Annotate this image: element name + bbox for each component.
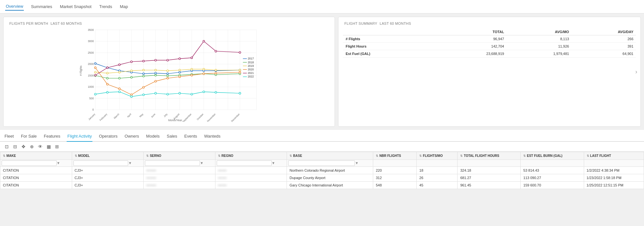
data-table-wrapper: ⇅MAKE⇅MODEL⇅SERNO⇅REGNO⇅BASE⇅NBR FLIGHTS…: [0, 152, 644, 189]
toolbar-icon-5[interactable]: 👁: [37, 144, 43, 149]
svg-point-59: [130, 77, 132, 78]
svg-point-68: [94, 71, 96, 73]
svg-point-71: [130, 70, 132, 72]
svg-text:December: December: [231, 113, 241, 122]
filter-icon-serno[interactable]: ▼: [200, 161, 204, 165]
svg-point-114: [215, 92, 217, 94]
toolbar-icon-1[interactable]: ⊡: [4, 144, 10, 149]
nav-overview[interactable]: Overview: [5, 3, 24, 11]
svg-text:October: October: [196, 113, 204, 121]
svg-point-87: [179, 76, 181, 78]
col-header-base[interactable]: ⇅BASE: [287, 152, 373, 160]
cell-make: CITATION: [0, 182, 72, 189]
tab-events[interactable]: Events: [184, 132, 198, 142]
col-header-lastFlight[interactable]: ⇅LAST FLIGHT: [584, 152, 644, 160]
filter-icon-base[interactable]: ▼: [355, 161, 358, 165]
cell-serno: ••••••••: [144, 182, 215, 189]
svg-point-91: [239, 71, 241, 73]
cell-serno: ••••••••: [144, 174, 215, 182]
toolbar-icon-6[interactable]: ▦: [46, 144, 52, 149]
tab-bar: Fleet For Sale Features Flight Activity …: [0, 130, 644, 142]
toolbar-icon-2[interactable]: ⊟: [12, 144, 18, 149]
nav-map[interactable]: Map: [119, 3, 128, 10]
svg-point-107: [130, 96, 132, 98]
cell-totalHours: 324.18: [458, 167, 521, 174]
svg-text:2000: 2000: [88, 62, 94, 66]
chart-panel: FLIGHTS PER MONTH LAST 60 MONTHS: [3, 17, 335, 127]
filter-cell-base: ▼: [287, 160, 373, 167]
svg-point-105: [107, 92, 109, 94]
cell-totalHours: 961.45: [458, 182, 521, 189]
tab-flight-activity[interactable]: Flight Activity: [67, 132, 92, 142]
tab-fleet[interactable]: Fleet: [4, 132, 14, 142]
table-row[interactable]: CITATIONCJ3+•••••••••••••••Northern Colo…: [0, 167, 644, 174]
cell-fuelBurn: 159 600.70: [521, 182, 584, 189]
summary-row-avgmo: 8,113: [507, 35, 572, 43]
svg-text:2019: 2019: [248, 64, 254, 68]
filter-icon-model[interactable]: ▼: [128, 161, 132, 165]
nav-trends[interactable]: Trends: [99, 3, 113, 10]
flights-chart: 0 500 1000 1500 2000 2500 3000 3500 Janu…: [8, 29, 330, 122]
tab-wanteds[interactable]: Wanteds: [204, 132, 221, 142]
summary-row: Flight Hours 142,704 11,926 391: [343, 43, 636, 50]
toolbar-icon-4[interactable]: ⊕: [29, 144, 35, 149]
cell-lastFlight: 1/25/2022 12:51:15 PM: [584, 182, 644, 189]
summary-col-total: TOTAL: [436, 29, 507, 35]
tab-operators[interactable]: Operators: [98, 132, 118, 142]
tab-models[interactable]: Models: [146, 132, 160, 142]
svg-point-62: [167, 75, 169, 77]
toolbar-icon-7[interactable]: ⊞: [54, 144, 60, 149]
tab-sales[interactable]: Sales: [166, 132, 178, 142]
summary-row-label: Est Fuel (GAL): [343, 50, 435, 58]
svg-point-100: [191, 57, 193, 59]
svg-point-51: [179, 71, 181, 73]
filter-cell-fuelBurn: [521, 160, 584, 167]
filter-cell-nbrFlights: [373, 160, 417, 167]
col-header-regno[interactable]: ⇅REGNO: [215, 152, 287, 160]
summary-col-label: [343, 29, 435, 35]
svg-point-78: [215, 69, 217, 71]
svg-point-76: [191, 68, 193, 70]
filter-input-model[interactable]: [73, 160, 128, 166]
filter-icon-regno[interactable]: ▼: [272, 161, 275, 165]
sort-icon: ⇅: [587, 154, 589, 158]
col-header-make[interactable]: ⇅MAKE: [0, 152, 72, 160]
svg-text:2017: 2017: [248, 57, 254, 60]
next-chevron[interactable]: ›: [635, 68, 637, 75]
sort-icon: ⇅: [218, 154, 221, 158]
svg-text:June: June: [150, 113, 156, 119]
svg-point-109: [155, 92, 156, 94]
cell-make: CITATION: [0, 174, 72, 182]
svg-point-80: [94, 67, 96, 69]
col-header-totalHours[interactable]: ⇅TOTAL FLIGHT HOURS: [458, 152, 521, 160]
filter-input-make[interactable]: [2, 160, 57, 166]
col-header-nbrFlights[interactable]: ⇅NBR FLIGHTS: [373, 152, 417, 160]
svg-point-82: [118, 88, 120, 90]
table-row[interactable]: CITATIONCJ3+•••••••••••••••Gary Chicago …: [0, 182, 644, 189]
nav-market-snapshot[interactable]: Market Snapshot: [59, 3, 92, 10]
cell-model: CJ3+: [72, 167, 144, 174]
svg-point-95: [130, 61, 132, 63]
table-row[interactable]: CITATIONCJ3+•••••••••••••••Dupage County…: [0, 174, 644, 182]
svg-text:0: 0: [92, 108, 94, 111]
svg-point-44: [94, 63, 96, 65]
cell-fuelBurn: 53 814.43: [521, 167, 584, 174]
svg-point-58: [118, 77, 120, 79]
svg-point-104: [94, 93, 96, 95]
chart-title-sub: LAST 60 MONTHS: [51, 22, 82, 25]
tab-for-sale[interactable]: For Sale: [20, 132, 37, 142]
filter-input-serno[interactable]: [145, 160, 200, 166]
tab-owners[interactable]: Owners: [124, 132, 140, 142]
col-header-fuelBurn[interactable]: ⇅EST FUEL BURN (GAL): [521, 152, 584, 160]
col-header-flightsMo[interactable]: ⇅FLIGHTS/MO: [417, 152, 458, 160]
tab-features[interactable]: Features: [43, 132, 61, 142]
filter-input-regno[interactable]: [217, 160, 272, 166]
nav-summaries[interactable]: Summaries: [30, 3, 53, 10]
col-header-model[interactable]: ⇅MODEL: [72, 152, 144, 160]
sort-icon: ⇅: [3, 154, 5, 158]
filter-input-base[interactable]: [288, 160, 355, 166]
toolbar-icon-3[interactable]: ✥: [21, 144, 26, 149]
filter-cell-make: ▼: [0, 160, 72, 167]
filter-icon-make[interactable]: ▼: [57, 161, 60, 165]
col-header-serno[interactable]: ⇅SERNO: [144, 152, 215, 160]
